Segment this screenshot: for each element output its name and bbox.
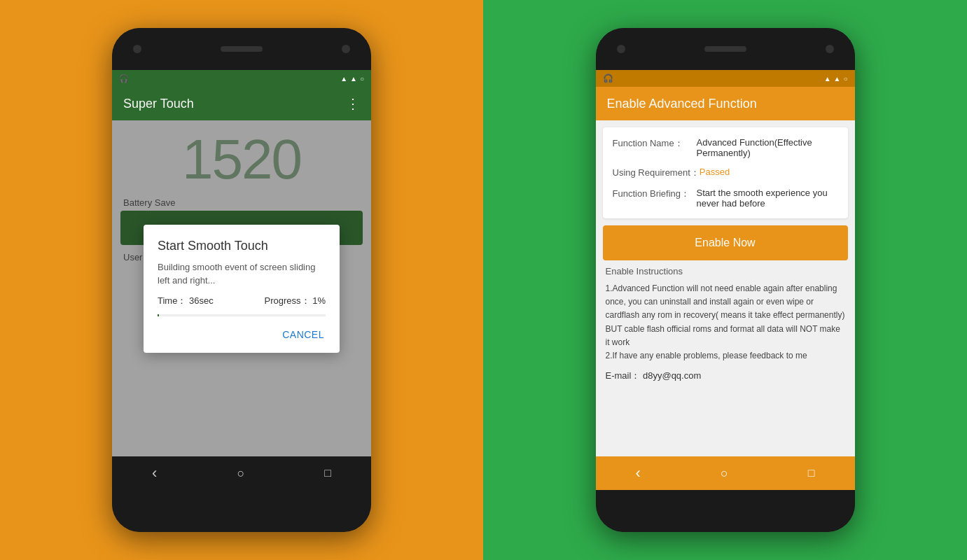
home-button-left[interactable]: ○: [237, 466, 244, 481]
dialog-overlay: Start Smooth Touch Building smooth event…: [112, 120, 371, 456]
instructions-title: Enable Instructions: [606, 266, 845, 276]
progress-value: 1%: [312, 295, 326, 306]
back-button-right[interactable]: ‹: [636, 464, 641, 482]
dialog-actions: CANCEL: [144, 316, 340, 353]
dialog-body: Building smooth event of screen sliding …: [144, 260, 340, 288]
instructions-text: 1.Advanced Function will not need enable…: [606, 282, 845, 363]
screen-content-left: 1520 Battery Save Start Battery Save Use…: [112, 120, 371, 456]
wifi-icon-left: ▲: [340, 75, 347, 83]
left-phone: 🎧 ▲ ▲ ○ Super Touch ⋮ 1520 Battery Save …: [112, 28, 371, 532]
back-button-left[interactable]: ‹: [152, 464, 157, 482]
right-phone: 🎧 ▲ ▲ ○ Enable Advanced Function Functio…: [596, 28, 855, 532]
recent-button-left[interactable]: □: [324, 467, 331, 479]
left-phone-top-bezel: [112, 28, 371, 70]
info-row-name: Function Name： Advanced Function(Effecti…: [613, 137, 838, 158]
app-title-right: Enable Advanced Function: [607, 97, 844, 111]
nav-bar-right: ‹ ○ □: [596, 456, 855, 490]
info-row-requirement: Using Requirement： Passed: [613, 167, 838, 179]
status-bar-right: 🎧 ▲ ▲ ○: [596, 70, 855, 87]
time-value: 36sec: [189, 295, 214, 306]
briefing-value: Start the smooth experience you never ha…: [697, 188, 838, 209]
right-phone-top-bezel: [596, 28, 855, 70]
earpiece-left: [221, 46, 263, 52]
dialog-title: Start Smooth Touch: [144, 225, 340, 260]
requirement-label: Using Requirement：: [613, 167, 700, 179]
left-background: 🎧 ▲ ▲ ○ Super Touch ⋮ 1520 Battery Save …: [0, 0, 483, 560]
signal-icon-right: ▲: [834, 75, 841, 83]
info-card: Function Name： Advanced Function(Effecti…: [603, 127, 848, 218]
home-button-right[interactable]: ○: [721, 466, 728, 481]
recent-button-right[interactable]: □: [808, 467, 815, 479]
requirement-value: Passed: [700, 167, 838, 179]
dialog: Start Smooth Touch Building smooth event…: [144, 225, 340, 353]
battery-icon-right: ○: [843, 75, 847, 83]
sensor-left: [342, 45, 350, 53]
email-value: d8yy@qq.com: [643, 370, 701, 381]
right-phone-screen: 🎧 ▲ ▲ ○ Enable Advanced Function Functio…: [596, 70, 855, 490]
dialog-stats: Time： 36sec Progress： 1%: [144, 288, 340, 314]
instructions-section: Enable Instructions 1.Advanced Function …: [596, 260, 855, 456]
front-camera-left: [133, 45, 141, 53]
app-bar-left: Super Touch ⋮: [112, 87, 371, 120]
enable-now-button[interactable]: Enable Now: [603, 225, 848, 260]
earpiece-right: [704, 46, 746, 52]
battery-icon-left: ○: [360, 75, 364, 83]
briefing-label: Function Briefing：: [613, 188, 697, 209]
function-name-value: Advanced Function(Effective Permanently): [697, 137, 838, 158]
cancel-button[interactable]: CANCEL: [274, 323, 333, 346]
app-title-left: Super Touch: [123, 97, 346, 111]
left-phone-screen: 🎧 ▲ ▲ ○ Super Touch ⋮ 1520 Battery Save …: [112, 70, 371, 490]
nav-bar-left: ‹ ○ □: [112, 456, 371, 490]
app-bar-right: Enable Advanced Function: [596, 87, 855, 120]
left-phone-bottom-bezel: [112, 490, 371, 532]
status-bar-left: 🎧 ▲ ▲ ○: [112, 70, 371, 87]
wifi-icon-right: ▲: [824, 75, 831, 83]
front-camera-right: [617, 45, 625, 53]
screen-content-right: Function Name： Advanced Function(Effecti…: [596, 120, 855, 456]
sensor-right: [826, 45, 834, 53]
time-label: Time： 36sec: [158, 295, 214, 307]
email-line: E-mail： d8yy@qq.com: [606, 370, 845, 382]
headphone-icon-right: 🎧: [603, 74, 613, 83]
right-background: 🎧 ▲ ▲ ○ Enable Advanced Function Functio…: [483, 0, 967, 560]
info-row-briefing: Function Briefing： Start the smooth expe…: [613, 188, 838, 209]
signal-icon-left: ▲: [350, 75, 357, 83]
progress-label: Progress： 1%: [265, 295, 326, 307]
email-label: E-mail：: [606, 370, 641, 381]
function-name-label: Function Name：: [613, 137, 697, 158]
menu-icon-left[interactable]: ⋮: [346, 95, 360, 112]
headphone-icon-left: 🎧: [119, 74, 129, 83]
right-phone-bottom-bezel: [596, 490, 855, 532]
